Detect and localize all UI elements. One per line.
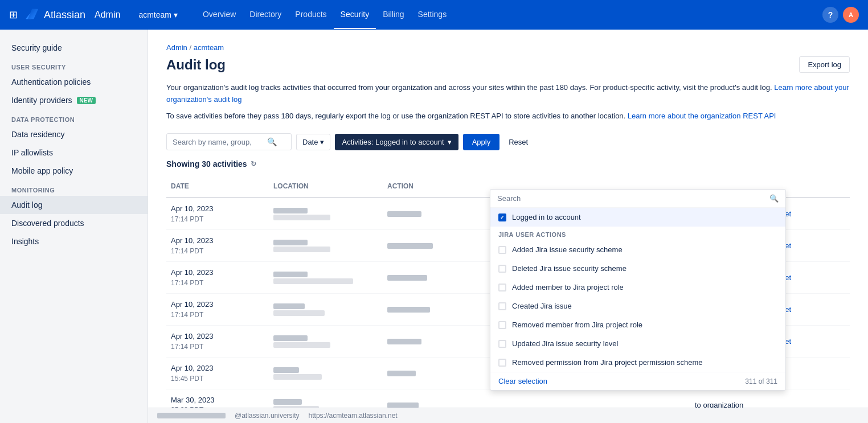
checkbox-6[interactable] <box>498 359 506 367</box>
action-bar-6 <box>387 371 416 376</box>
org-name: acmteam <box>138 10 171 19</box>
showing-count: Showing 30 activities ↻ <box>166 159 850 169</box>
export-log-button[interactable]: Export log <box>799 56 850 73</box>
new-badge: NEW <box>77 97 96 104</box>
nav-billing[interactable]: Billing <box>376 1 411 29</box>
action-bar-1 <box>387 211 421 217</box>
search-input[interactable] <box>173 138 264 146</box>
sidebar-label-data-residency: Data residency <box>11 130 64 139</box>
dropdown-item-6[interactable]: Removed permission from Jira project per… <box>490 353 785 372</box>
location-bar-12 <box>273 374 322 380</box>
nav-logo[interactable]: Atlassian <box>24 7 85 23</box>
location-bar-7 <box>273 303 305 309</box>
org-switcher[interactable]: acmteam ▾ <box>134 7 182 23</box>
checkbox-4[interactable] <box>498 321 506 329</box>
help-button[interactable]: ? <box>822 7 838 23</box>
location-bar-9 <box>273 335 308 341</box>
activities-filter-button[interactable]: Activities: Logged in to account ▾ <box>335 134 458 150</box>
org-chevron-icon: ▾ <box>174 10 178 19</box>
filters-row: 🔍 Date ▾ Activities: Logged in to accoun… <box>166 133 850 150</box>
sidebar-item-audit-log[interactable]: Audit log <box>0 196 148 214</box>
time-value-2: 17:14 PDT <box>171 247 264 256</box>
action-bar-4 <box>387 307 430 313</box>
cell-location-5 <box>269 332 383 351</box>
nav-settings[interactable]: Settings <box>411 1 454 29</box>
date-label: Date <box>302 138 318 146</box>
page-title-row: Audit log Export log <box>166 56 850 73</box>
dropdown-search-input[interactable] <box>497 194 765 203</box>
grid-icon[interactable]: ⊞ <box>9 9 18 21</box>
cell-date-1: Apr 10, 2023 17:14 PDT <box>166 202 269 226</box>
avatar[interactable]: A <box>843 7 859 23</box>
nav-products[interactable]: Products <box>288 1 333 29</box>
avatar-initial: A <box>849 11 853 18</box>
nav-directory[interactable]: Directory <box>243 1 288 29</box>
dropdown-item-1[interactable]: Deleted Jira issue security scheme <box>490 259 785 278</box>
location-bar-2 <box>273 215 330 220</box>
checkbox-logged-in[interactable] <box>498 213 506 221</box>
checkbox-2[interactable] <box>498 284 506 291</box>
cell-location-6 <box>269 364 383 383</box>
clear-selection-button[interactable]: Clear selection <box>498 377 547 385</box>
sidebar-label-discovered-products: Discovered products <box>11 219 84 228</box>
dropdown-item-4[interactable]: Removed member from Jira project role <box>490 315 785 334</box>
atlassian-logo-icon <box>24 7 40 23</box>
location-bar-1 <box>273 208 308 213</box>
location-bar-5 <box>273 272 308 277</box>
time-value-4: 17:14 PDT <box>171 310 264 320</box>
breadcrumb-org[interactable]: acmteam <box>194 43 224 52</box>
nav-security[interactable]: Security <box>334 1 376 29</box>
dropdown-item-label-6: Removed permission from Jira project per… <box>512 358 703 367</box>
location-bar-4 <box>273 247 330 252</box>
info-paragraph-2: To save activities before they pass 180 … <box>166 110 850 122</box>
nav-links: Overview Directory Products Security Bil… <box>196 1 822 29</box>
sidebar-section-user-security: USER SECURITY <box>0 57 148 73</box>
date-chevron-icon: ▾ <box>320 138 324 146</box>
activities-label: Activities: Logged in to account <box>342 138 444 146</box>
date-filter-button[interactable]: Date ▾ <box>296 134 330 150</box>
search-icon: 🔍 <box>267 137 277 146</box>
dropdown-item-2[interactable]: Added member to Jira project role <box>490 278 785 297</box>
checkbox-0[interactable] <box>498 246 506 254</box>
dropdown-footer: Clear selection 311 of 311 <box>490 372 785 390</box>
location-bar-8 <box>273 310 325 316</box>
breadcrumb-admin[interactable]: Admin <box>166 43 187 52</box>
dropdown-item-logged-in[interactable]: Logged in to account <box>490 208 785 227</box>
action-bar-5 <box>387 339 421 344</box>
top-nav: ⊞ Atlassian Admin acmteam ▾ Overview Dir… <box>0 0 868 30</box>
checkbox-5[interactable] <box>498 340 506 348</box>
sidebar-item-data-residency[interactable]: Data residency <box>0 125 148 143</box>
sidebar-item-discovered-products[interactable]: Discovered products <box>0 214 148 232</box>
date-value-4: Apr 10, 2023 <box>171 299 264 310</box>
dropdown-item-0[interactable]: Added Jira issue security scheme <box>490 240 785 259</box>
date-value-5: Apr 10, 2023 <box>171 331 264 342</box>
dropdown-item-3[interactable]: Created Jira issue <box>490 297 785 315</box>
apply-button[interactable]: Apply <box>463 134 500 150</box>
col-header-location: Location <box>269 180 383 192</box>
reset-button[interactable]: Reset <box>504 134 533 150</box>
page-title: Audit log <box>166 57 226 73</box>
dropdown-item-5[interactable]: Updated Jira issue security level <box>490 334 785 353</box>
checkbox-1[interactable] <box>498 265 506 273</box>
sidebar-item-security-guide[interactable]: Security guide <box>0 39 148 57</box>
dropdown-item-label-2: Added member to Jira project role <box>512 283 624 291</box>
breadcrumb-separator: / <box>189 43 193 52</box>
sidebar-item-insights[interactable]: Insights <box>0 232 148 250</box>
dropdown-search-wrapper: 🔍 <box>490 190 785 208</box>
sidebar-item-identity-providers[interactable]: Identity providers NEW <box>0 91 148 109</box>
bottom-email: @atlassian.university <box>235 412 300 420</box>
admin-label: Admin <box>95 10 120 20</box>
checkbox-3[interactable] <box>498 302 506 310</box>
location-bar-6 <box>273 278 353 284</box>
dropdown-item-label-4: Removed member from Jira project role <box>512 321 642 329</box>
info-link-2[interactable]: Learn more about the organization REST A… <box>628 112 776 120</box>
sidebar-item-mobile-app-policy[interactable]: Mobile app policy <box>0 162 148 180</box>
action-bar-2 <box>387 243 433 249</box>
nav-overview[interactable]: Overview <box>196 1 243 29</box>
sidebar-item-ip-allowlists[interactable]: IP allowlists <box>0 143 148 162</box>
refresh-icon[interactable]: ↻ <box>251 160 256 168</box>
sidebar-section-monitoring: MONITORING <box>0 180 148 196</box>
action-bar-3 <box>387 275 427 281</box>
sidebar-item-auth-policies[interactable]: Authentication policies <box>0 73 148 91</box>
search-input-wrapper[interactable]: 🔍 <box>166 133 292 150</box>
